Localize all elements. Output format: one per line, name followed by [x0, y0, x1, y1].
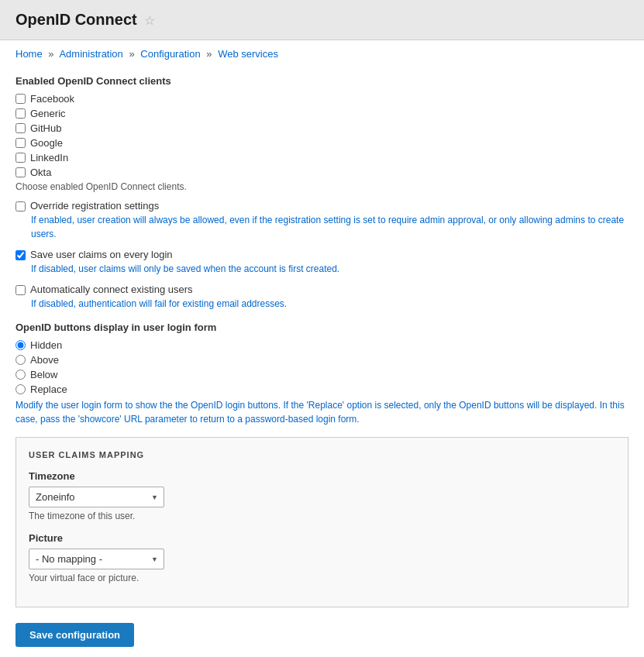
client-text-facebook: Facebook	[30, 93, 74, 105]
login-form-description: Modify the user login form to show the t…	[15, 398, 629, 426]
user-claims-mapping-box: USER CLAIMS MAPPING Timezone Zoneinfo No…	[15, 437, 629, 607]
client-item-facebook: Facebook	[15, 93, 629, 105]
timezone-select-wrapper[interactable]: Zoneinfo None Custom	[29, 487, 164, 507]
client-label-generic[interactable]: Generic	[15, 108, 629, 119]
override-registration-checkbox[interactable]	[15, 201, 26, 212]
timezone-hint: The timezone of this user.	[29, 511, 615, 521]
client-label-github[interactable]: GitHub	[15, 122, 629, 134]
login-display-options: HiddenAboveBelowReplace	[15, 339, 629, 395]
mapping-box-title: USER CLAIMS MAPPING	[29, 450, 615, 459]
override-registration-description: If enabled, user creation will always be…	[31, 213, 629, 241]
client-checkbox-github[interactable]	[15, 123, 26, 133]
save-user-claims-description: If disabled, user claims will only be sa…	[31, 262, 629, 276]
picture-select-wrapper[interactable]: - No mapping - picture avatar	[29, 549, 164, 569]
breadcrumb-home[interactable]: Home	[15, 48, 43, 60]
login-display-option-replace: Replace	[15, 384, 629, 395]
breadcrumb-sep2: »	[129, 48, 134, 60]
login-display-label-below[interactable]: Below	[30, 369, 57, 380]
override-registration-option: Override registration settings If enable…	[15, 200, 629, 241]
client-item-github: GitHub	[15, 122, 629, 134]
client-text-okta: Okta	[30, 167, 51, 178]
client-label-google[interactable]: Google	[15, 137, 629, 149]
client-item-google: Google	[15, 137, 629, 149]
client-label-linkedin[interactable]: LinkedIn	[15, 152, 629, 163]
clients-list: Facebook Generic GitHub Google LinkedIn …	[15, 93, 629, 178]
enabled-clients-title: Enabled OpenID Connect clients	[15, 75, 629, 87]
picture-label: Picture	[29, 532, 615, 544]
login-display-option-hidden: Hidden	[15, 339, 629, 351]
login-display-option-above: Above	[15, 354, 629, 366]
save-user-claims-option: Save user claims on every login If disab…	[15, 249, 629, 276]
breadcrumb: Home » Administration » Configuration » …	[0, 40, 644, 67]
auto-connect-text: Automatically connect existing users	[30, 284, 193, 295]
client-text-github: GitHub	[30, 122, 61, 134]
login-display-label-above[interactable]: Above	[30, 354, 59, 366]
breadcrumb-web-services[interactable]: Web services	[218, 48, 278, 60]
breadcrumb-sep1: »	[48, 48, 53, 60]
login-display-radio-above[interactable]	[15, 355, 26, 365]
client-text-linkedin: LinkedIn	[30, 152, 68, 163]
auto-connect-option: Automatically connect existing users If …	[15, 284, 629, 311]
save-user-claims-label[interactable]: Save user claims on every login	[15, 249, 629, 260]
auto-connect-label[interactable]: Automatically connect existing users	[15, 284, 629, 295]
override-registration-text: Override registration settings	[30, 200, 159, 212]
picture-select[interactable]: - No mapping - picture avatar	[29, 549, 164, 569]
save-configuration-button[interactable]: Save configuration	[15, 623, 134, 647]
client-item-generic: Generic	[15, 108, 629, 119]
breadcrumb-sep3: »	[206, 48, 212, 60]
save-user-claims-checkbox[interactable]	[15, 250, 26, 260]
client-label-facebook[interactable]: Facebook	[15, 93, 629, 105]
login-display-radio-replace[interactable]	[15, 384, 26, 394]
override-registration-label[interactable]: Override registration settings	[15, 200, 629, 212]
favorite-star-icon[interactable]: ☆	[144, 14, 155, 27]
clients-hint: Choose enabled OpenID Connect clients.	[15, 181, 629, 192]
client-item-linkedin: LinkedIn	[15, 152, 629, 163]
login-form-section-title: OpenID buttons display in user login for…	[15, 322, 629, 333]
save-user-claims-text: Save user claims on every login	[30, 249, 173, 260]
timezone-select[interactable]: Zoneinfo None Custom	[29, 487, 164, 507]
timezone-label: Timezone	[29, 470, 615, 482]
client-checkbox-okta[interactable]	[15, 167, 26, 177]
login-display-option-below: Below	[15, 369, 629, 380]
client-label-okta[interactable]: Okta	[15, 167, 629, 178]
auto-connect-description: If disabled, authentication will fail fo…	[31, 297, 629, 311]
breadcrumb-configuration[interactable]: Configuration	[140, 48, 200, 60]
client-checkbox-google[interactable]	[15, 138, 26, 148]
picture-hint: Your virtual face or picture.	[29, 573, 615, 583]
auto-connect-checkbox[interactable]	[15, 285, 26, 295]
page-title: OpenID Connect	[15, 11, 137, 28]
login-display-radio-hidden[interactable]	[15, 340, 26, 350]
breadcrumb-administration[interactable]: Administration	[59, 48, 122, 60]
login-display-label-replace[interactable]: Replace	[30, 384, 67, 395]
login-display-label-hidden[interactable]: Hidden	[30, 339, 62, 351]
client-checkbox-linkedin[interactable]	[15, 153, 26, 163]
client-checkbox-facebook[interactable]	[15, 94, 26, 104]
client-item-okta: Okta	[15, 167, 629, 178]
client-checkbox-generic[interactable]	[15, 108, 26, 119]
client-text-generic: Generic	[30, 108, 66, 119]
login-display-radio-below[interactable]	[15, 370, 26, 380]
client-text-google: Google	[30, 137, 63, 149]
